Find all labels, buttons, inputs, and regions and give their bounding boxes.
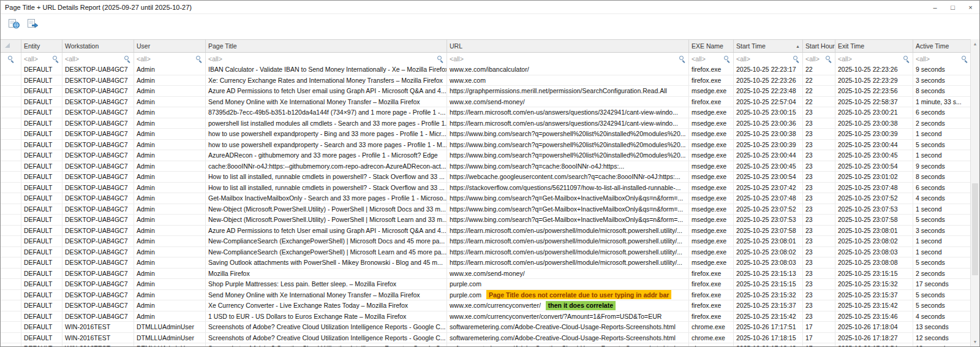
export-web-report-button[interactable] xyxy=(6,17,22,31)
filter-cell-start-time[interactable]: <all> xyxy=(734,53,803,65)
column-header-exe-name[interactable]: EXE Name xyxy=(689,40,734,52)
table-row[interactable]: DEFAULTDESKTOP-UAB4GC7Admin87395d2b-7ecc… xyxy=(1,107,971,118)
close-button[interactable]: × xyxy=(962,1,979,13)
filter-cell-exe-name[interactable]: <all> xyxy=(689,53,734,65)
filter-cell-entity[interactable]: <all> xyxy=(21,53,62,65)
column-header-url[interactable]: URL xyxy=(447,40,689,52)
row-selector-cell[interactable] xyxy=(1,86,21,96)
row-selector-cell[interactable] xyxy=(1,333,21,343)
row-selector-cell[interactable] xyxy=(1,279,21,289)
table-row[interactable]: DEFAULTDESKTOP-UAB4GC7AdminHow to list a… xyxy=(1,172,971,183)
row-selector-cell[interactable] xyxy=(1,236,21,246)
row-selector-cell[interactable] xyxy=(1,343,21,346)
table-row[interactable]: DEFAULTDESKTOP-UAB4GC7AdminAzure AD Perm… xyxy=(1,226,971,237)
column-header-start-time[interactable]: Start Time▲ xyxy=(734,40,803,52)
search-filter-icon[interactable] xyxy=(51,55,59,63)
row-selector-cell[interactable] xyxy=(1,118,21,129)
column-header-start-hour[interactable]: Start Hour xyxy=(803,40,835,52)
column-header-page-title[interactable]: Page Title xyxy=(206,40,447,52)
filter-cell-workstation[interactable]: <all> xyxy=(62,53,134,65)
table-row[interactable]: DEFAULTDESKTOP-UAB4GC7AdminXe: Currency … xyxy=(1,75,971,86)
row-selector-cell[interactable] xyxy=(1,140,21,150)
table-row[interactable]: DEFAULTDESKTOP-UAB4GC7AdminSaving Outloo… xyxy=(1,257,971,269)
table-row[interactable]: DEFAULTDESKTOP-UAB4GC7AdminShop Purple M… xyxy=(1,279,971,290)
column-header-entity[interactable]: Entity xyxy=(21,40,62,52)
column-header-workstation[interactable]: Workstation xyxy=(62,40,134,52)
table-row[interactable]: DEFAULTDESKTOP-UAB4GC7Adminhow to use po… xyxy=(1,129,971,140)
row-selector-cell[interactable] xyxy=(1,107,21,118)
table-row[interactable]: DEFAULTDESKTOP-UAB4GC7AdminNew-Object (M… xyxy=(1,204,971,215)
column-header-user[interactable]: User xyxy=(134,40,206,52)
row-filter-cell[interactable] xyxy=(1,53,21,65)
scroll-down-icon[interactable]: ▼ xyxy=(971,337,979,346)
table-row[interactable]: DEFAULTDESKTOP-UAB4GC7AdminNew-Complianc… xyxy=(1,236,971,247)
table-row[interactable]: DEFAULTDESKTOP-UAB4GC7Admincache:8oooINN… xyxy=(1,161,971,172)
maximize-button[interactable]: □ xyxy=(944,1,962,13)
table-row[interactable]: DEFAULTDESKTOP-UAB4GC7AdminNew-Complianc… xyxy=(1,247,971,258)
row-selector-cell[interactable] xyxy=(1,161,21,172)
table-row[interactable]: DEFAULTDESKTOP-UAB4GC7AdminNew-Object (M… xyxy=(1,215,971,226)
scrollbar-thumb[interactable] xyxy=(972,183,978,275)
table-row[interactable]: DEFAULTDESKTOP-UAB4GC7Admin1 USD to EUR … xyxy=(1,311,971,322)
table-row[interactable]: DEFAULTDESKTOP-UAB4GC7AdminAzureADRecon … xyxy=(1,150,971,161)
cell-user: Admin xyxy=(134,118,206,129)
search-filter-icon[interactable] xyxy=(824,55,832,63)
row-selector-cell[interactable] xyxy=(1,75,21,86)
scroll-up-icon[interactable]: ▲ xyxy=(971,39,979,48)
search-filter-icon[interactable] xyxy=(7,55,15,63)
row-selector-cell[interactable] xyxy=(1,172,21,182)
filter-cell-start-hour[interactable]: <all> xyxy=(803,53,835,65)
export-file-button[interactable] xyxy=(25,17,41,31)
row-selector-cell[interactable] xyxy=(1,215,21,225)
minimize-button[interactable]: – xyxy=(926,1,944,13)
row-selector-cell[interactable] xyxy=(1,269,21,279)
vertical-scrollbar[interactable]: ▲ ▼ xyxy=(970,39,979,346)
cell-text: Admin xyxy=(137,216,155,223)
table-row[interactable]: DEFAULTDESKTOP-UAB4GC7AdminIBAN Calculat… xyxy=(1,64,971,75)
table-row[interactable]: DEFAULTDESKTOP-UAB4GC7AdminSend Money On… xyxy=(1,97,971,108)
filter-cell-exit-time[interactable]: <all> xyxy=(835,53,913,65)
table-row[interactable]: DEFAULTWIN-2016TESTDTMLLUAdminUserScreen… xyxy=(1,343,971,346)
table-row[interactable]: DEFAULTDESKTOP-UAB4GC7Adminpowershell li… xyxy=(1,118,971,129)
search-filter-icon[interactable] xyxy=(195,55,203,63)
table-row[interactable]: DEFAULTDESKTOP-UAB4GC7AdminGet-Mailbox I… xyxy=(1,193,971,204)
filter-cell-url[interactable]: <all> xyxy=(447,53,689,65)
table-row[interactable]: DEFAULTDESKTOP-UAB4GC7AdminSend Money On… xyxy=(1,290,971,301)
table-row[interactable]: DEFAULTDESKTOP-UAB4GC7AdminMozilla Firef… xyxy=(1,269,971,280)
column-header-active-time[interactable]: Active Time xyxy=(913,40,971,52)
cell-active_time: 1 second xyxy=(913,247,971,257)
table-row[interactable]: DEFAULTWIN-2016TESTDTMLLUAdminUserScreen… xyxy=(1,333,971,344)
filter-cell-user[interactable]: <all> xyxy=(134,53,206,65)
row-selector-cell[interactable] xyxy=(1,204,21,215)
search-filter-icon[interactable] xyxy=(123,55,131,63)
column-header-exit-time[interactable]: Exit Time xyxy=(835,40,913,52)
row-selector-cell[interactable] xyxy=(1,183,21,193)
filter-cell-active-time[interactable]: <all> xyxy=(913,53,971,65)
table-row[interactable]: DEFAULTDESKTOP-UAB4GC7AdminXe Currency C… xyxy=(1,300,971,311)
search-filter-icon[interactable] xyxy=(902,55,910,63)
row-selector-cell[interactable] xyxy=(1,226,21,236)
filter-cell-page-title[interactable]: <all> xyxy=(206,53,447,65)
row-selector-cell[interactable] xyxy=(1,193,21,204)
table-row[interactable]: DEFAULTDESKTOP-UAB4GC7Adminhow to use po… xyxy=(1,140,971,151)
search-filter-icon[interactable] xyxy=(792,55,800,63)
row-selector-cell[interactable] xyxy=(1,322,21,332)
search-filter-icon[interactable] xyxy=(960,55,968,63)
cell-user: Admin xyxy=(134,183,206,193)
search-filter-icon[interactable] xyxy=(436,55,444,63)
table-row[interactable]: DEFAULTDESKTOP-UAB4GC7AdminHow to list a… xyxy=(1,183,971,194)
row-selector-cell[interactable] xyxy=(1,247,21,257)
row-selector-cell[interactable] xyxy=(1,150,21,161)
row-selector-cell[interactable] xyxy=(1,64,21,75)
row-selector-cell[interactable] xyxy=(1,97,21,107)
row-selector-cell[interactable] xyxy=(1,290,21,300)
table-row[interactable]: DEFAULTDESKTOP-UAB4GC7AdminAzure AD Perm… xyxy=(1,86,971,97)
table-row[interactable]: DEFAULTWIN-2016TESTDTMLLUAdminUserScreen… xyxy=(1,322,971,333)
row-selector-cell[interactable] xyxy=(1,257,21,268)
row-selector-cell[interactable] xyxy=(1,129,21,139)
row-selector-cell[interactable] xyxy=(1,300,21,311)
search-filter-icon[interactable] xyxy=(723,55,731,63)
row-selector-cell[interactable] xyxy=(1,311,21,322)
search-filter-icon[interactable] xyxy=(678,55,686,63)
row-selector-header[interactable] xyxy=(1,40,21,52)
